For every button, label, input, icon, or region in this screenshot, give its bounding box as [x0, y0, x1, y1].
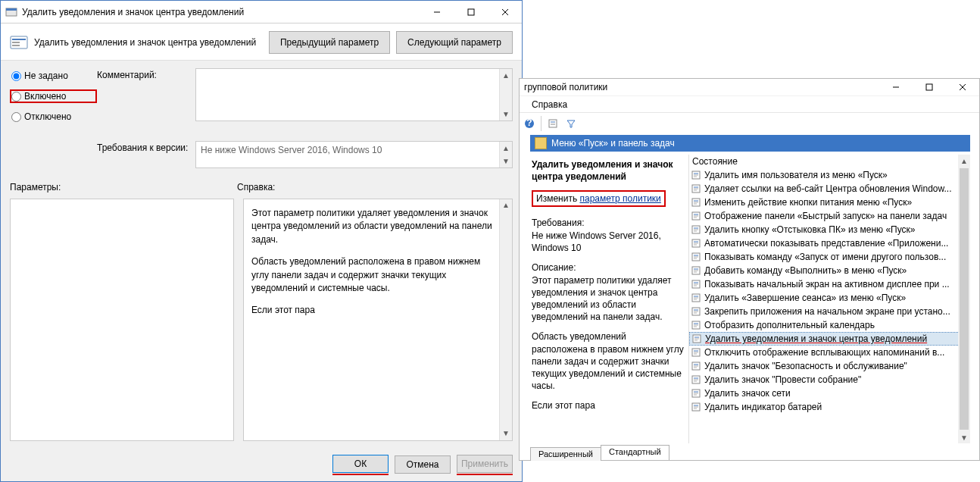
- policy-item[interactable]: Отключить отображение всплывающих напоми…: [689, 346, 960, 359]
- policy-item[interactable]: Удалить значок "Провести собрание": [689, 373, 960, 387]
- req-scrollbar[interactable]: ▲▼: [499, 142, 512, 167]
- dialog-footer: ОК Отмена Применить: [1, 448, 522, 481]
- policy-item[interactable]: Удалить значок сети: [689, 387, 960, 400]
- svg-rect-1: [6, 8, 17, 11]
- policy-item-icon: [691, 361, 701, 371]
- policy-item[interactable]: Добавить команду «Выполнить» в меню «Пус…: [689, 264, 960, 277]
- radio-not-configured[interactable]: Не задано: [10, 70, 97, 82]
- policy-item[interactable]: Показывать команду «Запуск от имени друг…: [689, 250, 960, 264]
- policy-item-label: Удалить имя пользователя из меню «Пуск»: [704, 170, 888, 180]
- policy-item[interactable]: Изменить действие кнопки питания меню «П…: [689, 196, 960, 209]
- policy-item[interactable]: Удалить имя пользователя из меню «Пуск»: [689, 168, 960, 182]
- requirements-box: Не ниже Windows Server 2016, Windows 10 …: [195, 141, 513, 168]
- policy-item[interactable]: Удалить индикатор батарей: [689, 400, 960, 414]
- tree-node-selected[interactable]: Меню «Пуск» и панель задач: [530, 135, 970, 152]
- properties-icon[interactable]: [545, 115, 561, 132]
- scroll-thumb[interactable]: [960, 168, 969, 430]
- policy-item[interactable]: Автоматически показывать представление «…: [689, 236, 960, 250]
- policy-item[interactable]: Удалить кнопку «Отстыковка ПК» из меню «…: [689, 223, 960, 236]
- scroll-down-icon[interactable]: ▼: [500, 108, 512, 121]
- req-text: Не ниже Windows Server 2016, Windows 10: [532, 230, 684, 254]
- policy-item-label: Удалить значок "Провести собрание": [704, 374, 861, 385]
- radio-disabled[interactable]: Отключено: [10, 111, 97, 123]
- radio-disabled-input[interactable]: [11, 112, 21, 122]
- scroll-up-icon[interactable]: ▲: [500, 69, 512, 82]
- policy-item[interactable]: Удалить «Завершение сеанса» из меню «Пус…: [689, 291, 960, 305]
- ok-button[interactable]: ОК: [332, 455, 389, 473]
- next-setting-button[interactable]: Следующий параметр: [396, 31, 513, 54]
- help-label: Справка:: [237, 182, 513, 192]
- svg-rect-7: [12, 39, 26, 40]
- policy-item[interactable]: Отобразить дополнительный календарь: [689, 318, 960, 332]
- policy-item[interactable]: Удалить уведомления и значок центра увед…: [689, 332, 960, 346]
- policy-item[interactable]: Отображение панели «Быстрый запуск» на п…: [689, 209, 960, 223]
- policy-dialog: Удалить уведомления и значок центра увед…: [0, 0, 523, 482]
- policy-list[interactable]: Удалить имя пользователя из меню «Пуск»У…: [689, 168, 970, 443]
- help-box: Этот параметр политики удаляет уведомлен…: [243, 199, 513, 441]
- scroll-up-icon[interactable]: ▲: [500, 142, 512, 155]
- policy-item-label: Отключить отображение всплывающих напоми…: [704, 347, 944, 358]
- scroll-down-icon[interactable]: ▼: [500, 427, 512, 440]
- minimize-button[interactable]: [420, 1, 454, 23]
- column-state[interactable]: Состояние: [689, 155, 970, 168]
- radio-not-configured-label: Не задано: [24, 70, 68, 81]
- tab-extended[interactable]: Расширенный: [530, 447, 601, 461]
- policy-item-icon: [691, 183, 701, 194]
- policy-item-icon: [691, 293, 701, 303]
- requirements-text: Не ниже Windows Server 2016, Windows 10: [201, 145, 382, 155]
- policy-item-label: Отображение панели «Быстрый запуск» на п…: [704, 211, 947, 221]
- previous-setting-button[interactable]: Предыдущий параметр: [269, 31, 390, 54]
- policy-item-label: Добавить команду «Выполнить» в меню «Пус…: [704, 265, 907, 276]
- scroll-up-icon[interactable]: ▲: [958, 155, 970, 167]
- view-tabs: Расширенный Стандартный: [530, 443, 669, 460]
- menu-help[interactable]: Справка: [532, 99, 567, 110]
- svg-rect-3: [468, 9, 474, 15]
- policy-item[interactable]: Закрепить приложения на начальном экране…: [689, 305, 960, 318]
- policy-item-icon: [691, 402, 701, 412]
- close-button[interactable]: [488, 1, 522, 23]
- maximize-button[interactable]: [454, 1, 488, 23]
- radio-enabled[interactable]: Включено: [10, 89, 97, 103]
- details-pane: Удалить уведомления и значок центра увед…: [530, 155, 689, 443]
- policy-item-icon: [691, 238, 701, 249]
- comment-label: Комментарий:: [97, 68, 195, 130]
- help-scrollbar[interactable]: ▲▼: [499, 199, 512, 440]
- radio-not-configured-input[interactable]: [11, 71, 21, 81]
- edit-link-prefix: Изменить: [536, 193, 579, 204]
- details-title: Удалить уведомления и значок центра увед…: [532, 159, 684, 183]
- close-button[interactable]: [946, 79, 979, 95]
- policy-item-label: Автоматически показывать представление «…: [704, 238, 948, 249]
- maximize-button[interactable]: [913, 79, 946, 95]
- scroll-up-icon[interactable]: ▲: [500, 199, 512, 212]
- help-icon[interactable]: ?: [521, 115, 538, 132]
- svg-rect-8: [12, 42, 20, 43]
- minimize-button[interactable]: [879, 79, 913, 95]
- edit-policy-link[interactable]: параметр политики: [579, 193, 660, 204]
- radio-group: Не задано Включено Отключено: [10, 68, 97, 130]
- scroll-down-icon[interactable]: ▼: [958, 431, 970, 443]
- scroll-down-icon[interactable]: ▼: [500, 155, 512, 167]
- filter-icon[interactable]: [563, 115, 579, 132]
- policy-item-label: Изменить действие кнопки питания меню «П…: [704, 197, 912, 208]
- apply-button[interactable]: Применить: [457, 455, 513, 473]
- policy-item[interactable]: Показывать начальный экран на активном д…: [689, 277, 960, 291]
- radio-enabled-input[interactable]: [11, 92, 21, 102]
- dialog-body: Не задано Включено Отключено Комментарий…: [1, 61, 522, 441]
- apply-highlight: Применить: [457, 455, 513, 475]
- policy-item-label: Удалить индикатор батарей: [704, 402, 822, 412]
- dialog-titlebar: Удалить уведомления и значок центра увед…: [1, 1, 522, 23]
- comment-scrollbar[interactable]: ▲▼: [499, 69, 512, 121]
- policy-item-icon: [691, 347, 701, 358]
- policy-list-pane: Состояние Удалить имя пользователя из ме…: [689, 155, 970, 443]
- policy-item-label: Отобразить дополнительный календарь: [704, 320, 875, 330]
- comment-textarea[interactable]: ▲▼: [195, 68, 513, 121]
- policy-item-label: Удаляет ссылки на веб-сайт Центра обновл…: [704, 183, 952, 194]
- tab-standard[interactable]: Стандартный: [601, 445, 669, 460]
- policy-item[interactable]: Удаляет ссылки на веб-сайт Центра обновл…: [689, 182, 960, 196]
- list-scrollbar-v[interactable]: ▲ ▼: [958, 155, 970, 443]
- cancel-button[interactable]: Отмена: [395, 455, 451, 474]
- policy-item-icon: [691, 333, 702, 344]
- policy-item[interactable]: Удалить значок "Безопасность и обслужива…: [689, 359, 960, 373]
- policy-item-label: Удалить кнопку «Отстыковка ПК» из меню «…: [704, 224, 916, 235]
- policy-item-label: Удалить «Завершение сеанса» из меню «Пус…: [704, 293, 906, 303]
